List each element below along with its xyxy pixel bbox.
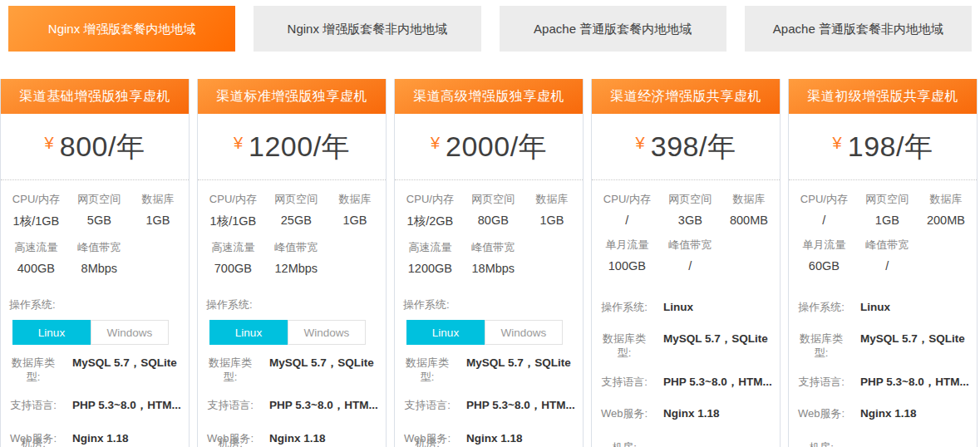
os-toggle: Linux Windows: [209, 320, 386, 345]
spec-value-empty: [329, 262, 381, 275]
spec-label-empty: [526, 240, 578, 255]
tab-nginx-enhanced-mainland[interactable]: Nginx 增强版套餐内地地域: [8, 6, 235, 52]
spec-grid: CPU/内存 网页空间 数据库 1核/1GB 5GB 1GB 高速流量 峰值带宽…: [1, 180, 189, 294]
spec-value: 400GB: [6, 262, 66, 275]
spec-label: 网页空间: [657, 192, 723, 207]
spec-label: 数据库: [723, 192, 775, 207]
os-linux-button[interactable]: Linux: [406, 320, 485, 345]
spec-label: 峰值带宽: [657, 238, 723, 253]
plan-card-starter: 渠道初级增强版共享虚机 ¥ 198/年 CPU/内存 网页空间 数据库 / 1G…: [788, 79, 978, 447]
spec-label: 网页空间: [263, 192, 329, 207]
plan-card-basic: 渠道基础增强版独享虚机 ¥ 800/年 CPU/内存 网页空间 数据库 1核/1…: [0, 79, 190, 447]
os-linux-button[interactable]: Linux: [209, 320, 288, 345]
db-type-label: 数据库类型:: [598, 332, 650, 360]
os-label: 操作系统:: [598, 300, 650, 314]
spec-value: 12Mbps: [263, 262, 329, 275]
db-type-row: 数据库类型: MySQL 5.7，SQLite: [592, 332, 780, 360]
language-value: PHP 5.3~8.0，HTM...: [72, 398, 189, 412]
spec-label: 峰值带宽: [263, 240, 329, 255]
datacenter-row: 机房:: [592, 440, 780, 447]
tab-apache-normal-nonmainland[interactable]: Apache 普通版套餐非内地地域: [745, 6, 972, 52]
currency-symbol: ¥: [431, 134, 440, 153]
db-type-row: 数据库类型: MySQL 5.7，SQLite: [1, 356, 189, 384]
spec-label-empty: [329, 240, 381, 255]
os-linux-button[interactable]: Linux: [12, 320, 91, 345]
web-service-value: Nginx 1.18: [466, 431, 583, 445]
plan-price: ¥ 2000/年: [395, 114, 583, 180]
db-type-value: MySQL 5.7，SQLite: [466, 356, 583, 370]
spec-grid: CPU/内存 网页空间 数据库 1核/2GB 80GB 1GB 高速流量 峰值带…: [395, 180, 583, 294]
web-service-value: Nginx 1.18: [72, 431, 189, 445]
os-windows-button[interactable]: Windows: [485, 320, 563, 345]
os-windows-button[interactable]: Windows: [288, 320, 366, 345]
spec-label-empty: [723, 238, 775, 253]
language-label: 支持语言:: [598, 375, 650, 389]
currency-symbol: ¥: [45, 134, 54, 153]
db-type-row: 数据库类型: MySQL 5.7，SQLite: [198, 356, 386, 384]
spec-grid: CPU/内存 网页空间 数据库 / 3GB 800MB 单月流量 峰值带宽 10…: [592, 180, 780, 292]
spec-label: 峰值带宽: [66, 240, 132, 255]
db-type-row: 数据库类型: MySQL 5.7，SQLite: [395, 356, 583, 384]
spec-value: 25GB: [263, 214, 329, 229]
plan-price: ¥ 198/年: [789, 114, 977, 180]
language-label: 支持语言:: [795, 375, 847, 389]
language-label: 支持语言:: [7, 398, 59, 412]
spec-label: 数据库: [920, 192, 972, 207]
datacenter-row: 机房:: [789, 440, 977, 447]
plan-cards-row: 渠道基础增强版独享虚机 ¥ 800/年 CPU/内存 网页空间 数据库 1核/1…: [0, 79, 980, 447]
spec-value: 3GB: [657, 214, 723, 227]
spec-value: 700GB: [203, 262, 263, 275]
datacenter-label: 机房:: [795, 440, 847, 447]
db-type-value: MySQL 5.7，SQLite: [860, 332, 977, 346]
language-value: PHP 5.3~8.0，HTM...: [663, 375, 780, 389]
web-service-value: Nginx 1.18: [860, 406, 977, 420]
language-value: PHP 5.3~8.0，HTM...: [269, 398, 386, 412]
spec-label: CPU/内存: [6, 192, 66, 207]
spec-label: 单月流量: [597, 238, 657, 253]
db-type-value: MySQL 5.7，SQLite: [269, 356, 386, 370]
spec-value: 1GB: [329, 214, 381, 229]
spec-grid: CPU/内存 网页空间 数据库 / 1GB 200MB 单月流量 峰值带宽 60…: [789, 180, 977, 292]
datacenter-label: 机房:: [401, 436, 453, 447]
spec-value: 1GB: [132, 214, 184, 229]
price-amount: 2000/年: [446, 128, 547, 166]
os-label: 操作系统:: [795, 300, 847, 314]
os-label: 操作系统:: [198, 294, 386, 312]
spec-label: CPU/内存: [597, 192, 657, 207]
spec-value-empty: [920, 259, 972, 273]
tab-nginx-enhanced-nonmainland[interactable]: Nginx 增强版套餐非内地地域: [254, 6, 480, 52]
db-type-value: MySQL 5.7，SQLite: [72, 356, 189, 370]
tab-apache-normal-mainland[interactable]: Apache 普通版套餐内地地域: [500, 6, 726, 52]
web-service-row: Web服务: Nginx 1.18: [592, 406, 780, 420]
os-value: Linux: [860, 300, 977, 314]
currency-symbol: ¥: [636, 134, 645, 153]
os-label: 操作系统:: [395, 294, 583, 312]
os-toggle: Linux Windows: [12, 320, 189, 345]
os-toggle: Linux Windows: [406, 320, 583, 345]
web-service-row: Web服务: Nginx 1.18: [789, 406, 977, 420]
plan-card-economy: 渠道经济增强版共享虚机 ¥ 398/年 CPU/内存 网页空间 数据库 / 3G…: [591, 79, 781, 447]
db-type-label: 数据库类型:: [795, 332, 847, 360]
language-value: PHP 5.3~8.0，HTM...: [466, 398, 583, 412]
spec-label: CPU/内存: [203, 192, 263, 207]
plan-price: ¥ 1200/年: [198, 114, 386, 180]
language-label: 支持语言:: [401, 398, 453, 412]
spec-value: 1核/2GB: [400, 214, 460, 229]
web-service-value: Nginx 1.18: [663, 406, 780, 420]
spec-value: 1GB: [526, 214, 578, 229]
spec-value: 800MB: [723, 214, 775, 227]
spec-value: 1200GB: [400, 262, 460, 275]
web-service-value: Nginx 1.18: [269, 431, 386, 445]
spec-label: 单月流量: [794, 238, 854, 253]
spec-value-empty: [526, 262, 578, 275]
os-windows-button[interactable]: Windows: [91, 320, 169, 345]
spec-label: 高速流量: [6, 240, 66, 255]
plan-price: ¥ 800/年: [1, 114, 189, 180]
plan-price: ¥ 398/年: [592, 114, 780, 180]
spec-value: 60GB: [794, 259, 854, 273]
price-amount: 800/年: [60, 128, 145, 166]
os-value: Linux: [663, 300, 780, 314]
spec-value: 80GB: [460, 214, 526, 229]
spec-label: 网页空间: [66, 192, 132, 207]
price-amount: 1200/年: [249, 128, 350, 166]
